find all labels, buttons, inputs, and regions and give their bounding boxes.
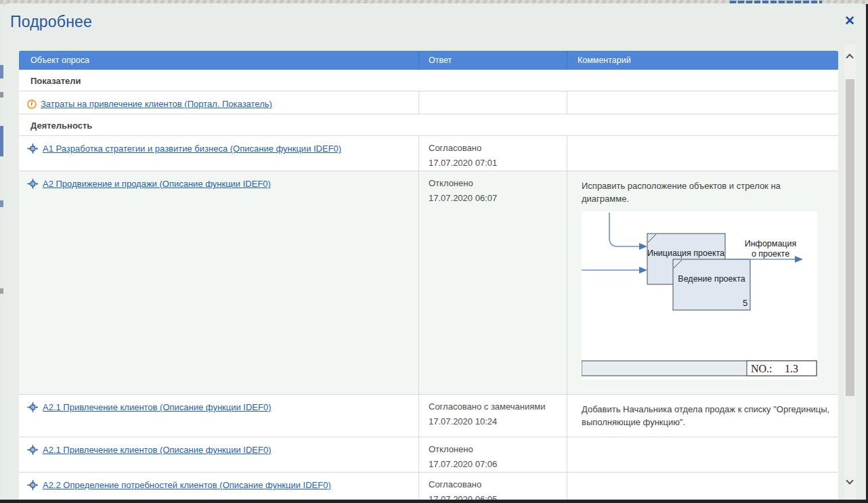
section-label: Показатели (19, 70, 838, 91)
column-header-comment: Комментарий (567, 51, 838, 70)
table-header: Объект опроса Ответ Комментарий (19, 51, 838, 70)
scrollbar-thumb[interactable] (846, 79, 854, 396)
idef0-function-icon (27, 144, 39, 156)
answer-status: Согласовано с замечаниями (429, 399, 561, 414)
modal-title: Подробнее (10, 13, 92, 31)
comment-diagram: Инициация проекта Ведение проекта 5 Инфо… (582, 211, 817, 380)
survey-results-table: Объект опроса Ответ Комментарий Показате… (19, 51, 838, 503)
answer-date: 17.07.2020 07:06 (429, 457, 561, 472)
svg-text:1.3: 1.3 (785, 363, 798, 374)
idef0-function-icon (27, 179, 39, 191)
table-row: A2.1 Привлечение клиентов (Описание функ… (19, 395, 838, 437)
idef0-function-icon (27, 480, 39, 492)
indicator-icon (27, 100, 37, 109)
comment-text: Исправить расположение объектов и стрело… (582, 179, 830, 205)
object-link[interactable]: A2.1 Привлечение клиентов (Описание функ… (43, 402, 272, 412)
idef0-function-icon (27, 402, 39, 414)
object-link[interactable]: A1 Разработка стратегии и развитие бизне… (43, 144, 341, 154)
answer-date: 17.07.2020 10:24 (429, 414, 561, 429)
table-row: A2 Продвижение и продажи (Описание функц… (19, 171, 838, 395)
svg-text:NO.:: NO.: (751, 363, 773, 374)
scroll-up-button[interactable] (844, 49, 856, 66)
svg-text:о проекте: о проекте (752, 249, 789, 259)
comment-text: Добавить Начальника отдела продаж к спис… (582, 403, 830, 429)
answer-date: 17.07.2020 06:07 (429, 191, 561, 206)
section-row: Деятельность (19, 114, 838, 136)
answer-status: Согласовано (429, 477, 561, 492)
object-link[interactable]: Затраты на привлечение клиентов (Портал.… (41, 99, 272, 109)
table-row: A1 Разработка стратегии и развитие бизне… (19, 136, 838, 171)
scroll-down-button[interactable] (844, 475, 856, 493)
column-header-object: Объект опроса (19, 51, 418, 70)
table-body: Показатели Затраты на привлечение клиент… (19, 70, 838, 503)
object-link[interactable]: A2.1 Привлечение клиентов (Описание функ… (43, 445, 272, 455)
answer-date: 17.07.2020 07:01 (429, 156, 561, 171)
idef0-function-icon (27, 445, 39, 457)
table-row: Затраты на привлечение клиентов (Портал.… (19, 91, 838, 114)
section-label: Деятельность (19, 114, 838, 135)
svg-text:5: 5 (743, 298, 747, 308)
answer-status: Согласовано (429, 141, 561, 156)
window-edge-bottom (0, 500, 868, 503)
close-icon[interactable]: ✕ (844, 14, 855, 27)
chevron-up-icon (846, 53, 853, 61)
section-row: Показатели (19, 70, 838, 91)
vertical-scrollbar[interactable] (844, 45, 856, 500)
answer-status: Отклонено (429, 442, 561, 457)
object-link[interactable]: A2.2 Определение потребностей клиентов (… (43, 480, 331, 490)
answer-status: Отклонено (429, 176, 561, 191)
table-row: A2.1 Привлечение клиентов (Описание функ… (19, 437, 838, 473)
object-link[interactable]: A2 Продвижение и продажи (Описание функц… (43, 179, 271, 189)
table-row: A2.2 Определение потребностей клиентов (… (19, 473, 838, 503)
details-modal: Подробнее ✕ Объект опроса Ответ Коммента… (3, 3, 866, 500)
svg-text:Инициация проекта: Инициация проекта (647, 248, 724, 258)
chevron-down-icon (846, 477, 853, 484)
svg-text:Информация: Информация (745, 239, 797, 248)
column-header-answer: Ответ (418, 51, 567, 70)
svg-text:Ведение проекта: Ведение проекта (678, 274, 745, 284)
